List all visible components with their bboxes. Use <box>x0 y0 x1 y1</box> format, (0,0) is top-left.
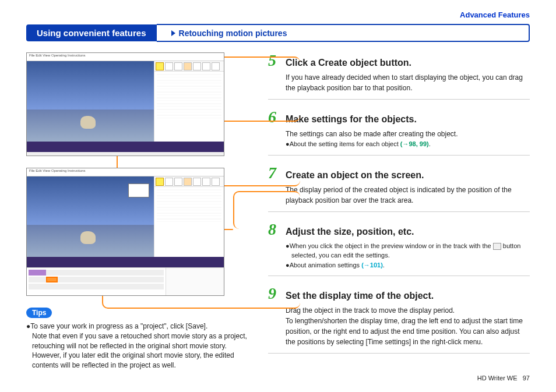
tool-icon <box>212 178 220 186</box>
tips-badge: Tips <box>26 308 52 318</box>
step-7: 7 Create an object on the screen. The di… <box>268 165 530 212</box>
step-body: The settings can also be made after crea… <box>268 129 530 149</box>
step-title: Set the display time of the object. <box>286 291 434 301</box>
breadcrumb: Advanced Features <box>26 10 530 19</box>
page-footer: HD Writer WE 97 <box>477 375 530 382</box>
screenshot-menubar: File Edit View Operating Instructions <box>27 168 224 176</box>
tips-section: Tips ●To save your work in progress as a… <box>26 308 256 370</box>
step-title: Click a Create object button. <box>286 58 411 68</box>
settings-panel <box>154 176 224 257</box>
edit-button-icon <box>493 243 501 250</box>
timeline <box>27 267 224 295</box>
footer-page: 97 <box>523 375 530 382</box>
screenshot-2: File Edit View Operating Instructions <box>26 168 224 296</box>
tool-icon <box>212 62 220 70</box>
step-title: Adjust the size, position, etc. <box>286 227 414 237</box>
step-text: The settings can also be made after crea… <box>286 129 530 139</box>
settings-panel <box>154 61 224 142</box>
playback-controls <box>27 257 224 267</box>
tool-icon <box>193 178 201 186</box>
tool-icon <box>202 178 210 186</box>
screenshot-menubar: File Edit View Operating Instructions <box>27 53 224 61</box>
step-title: Create an object on the screen. <box>286 170 424 181</box>
step-8: 8 Adjust the size, position, etc. ●When … <box>268 221 530 277</box>
step-9: 9 Set the display time of the object. Dr… <box>268 285 530 354</box>
create-object-toolbar <box>154 61 224 72</box>
step-body: ●When you click the object in the previe… <box>268 241 530 270</box>
tool-icon <box>165 62 173 70</box>
track-object <box>46 277 58 282</box>
step-bullet: ●About the setting items for each object… <box>286 139 530 149</box>
object-on-screen <box>128 183 149 197</box>
footer-doc: HD Writer WE <box>477 375 518 382</box>
tool-icon <box>202 62 210 70</box>
tool-icon <box>174 178 182 186</box>
page-link[interactable]: (→98, 99) <box>400 140 429 147</box>
header-right-wrap: Retouching motion pictures <box>157 24 530 42</box>
screenshot-1: File Edit View Operating Instructions <box>26 52 224 156</box>
create-object-icon <box>156 178 164 186</box>
tool-icon <box>193 62 201 70</box>
page-link[interactable]: (→101) <box>361 262 383 269</box>
step-body: If you have already decided when to star… <box>268 72 530 93</box>
section-header: Using convenient features Retouching mot… <box>26 24 530 42</box>
tips-body: ●To save your work in progress as a "pro… <box>26 322 256 370</box>
header-left: Using convenient features <box>26 24 157 41</box>
header-right: Retouching motion pictures <box>179 29 287 38</box>
step-title: Make settings for the objects. <box>286 114 417 125</box>
preview-pane <box>27 176 154 257</box>
step-bullet: ●When you click the object in the previe… <box>286 241 530 260</box>
step-body: Drag the object in the track to move the… <box>268 305 530 347</box>
step-bullet: ●About animation settings (→101). <box>286 260 530 270</box>
step-body: The display period of the created object… <box>268 185 530 206</box>
step-5: 5 Click a Create object button. If you h… <box>268 52 530 100</box>
create-object-toolbar <box>154 176 224 187</box>
playback-controls <box>27 142 224 152</box>
tool-icon <box>184 62 192 70</box>
step-6: 6 Make settings for the objects. The set… <box>268 109 530 156</box>
tool-icon <box>184 178 192 186</box>
tool-icon <box>174 62 182 70</box>
tool-icon <box>165 178 173 186</box>
callout-line-8a <box>233 191 300 229</box>
preview-pane <box>27 61 154 142</box>
create-object-icon <box>156 62 164 70</box>
triangle-icon <box>171 30 175 36</box>
